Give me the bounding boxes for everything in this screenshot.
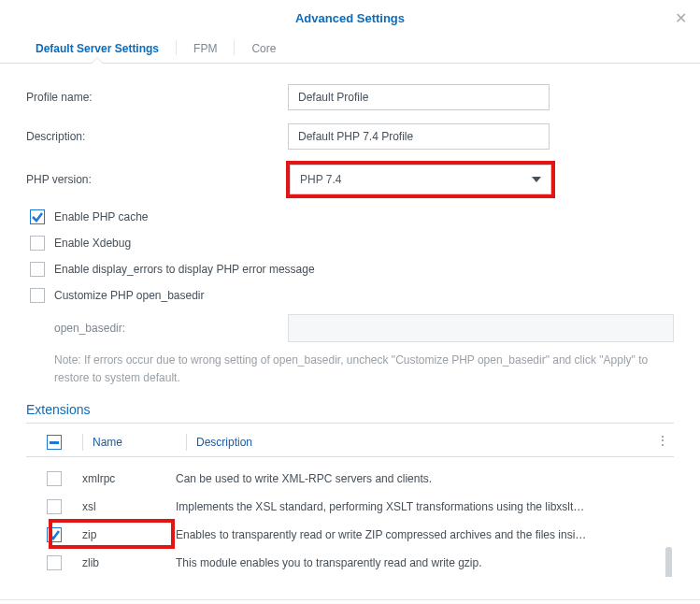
- tab-content: Profile name: Description: PHP version: …: [0, 64, 700, 586]
- checkbox-enable-display-errors[interactable]: [30, 262, 45, 277]
- col-separator: [82, 434, 83, 451]
- php-version-value: PHP 7.4: [300, 173, 341, 186]
- label-customize-open-basedir: Customize PHP open_basedir: [54, 289, 205, 302]
- ext-desc: Implements the XSL standard, performing …: [176, 500, 674, 513]
- label-description: Description:: [26, 130, 288, 143]
- table-header: Name Description ⋮: [26, 427, 674, 457]
- checkbox-select-all[interactable]: [47, 435, 62, 450]
- ext-desc: This module enables you to transparently…: [176, 556, 674, 569]
- tab-core[interactable]: Core: [235, 33, 293, 63]
- checkbox-ext[interactable]: [47, 499, 62, 514]
- checkbox-enable-xdebug[interactable]: [30, 236, 45, 251]
- ext-name: xmlrpc: [82, 472, 176, 485]
- label-enable-display-errors: Enable display_errors to display PHP err…: [54, 263, 315, 276]
- php-version-select[interactable]: PHP 7.4: [290, 165, 551, 194]
- open-basedir-input: [288, 314, 674, 342]
- column-header-description[interactable]: Description: [196, 436, 674, 449]
- table-row-clipped: [26, 457, 674, 465]
- label-enable-xdebug: Enable Xdebug: [54, 237, 131, 250]
- row-enable-display-errors[interactable]: Enable display_errors to display PHP err…: [30, 262, 674, 277]
- extensions-title: Extensions: [26, 393, 674, 424]
- col-separator: [186, 434, 187, 451]
- row-open-basedir: open_basedir:: [54, 314, 674, 342]
- ext-name: xsl: [82, 500, 176, 513]
- tab-default-server-settings[interactable]: Default Server Settings: [19, 33, 176, 63]
- highlight-php-version: PHP 7.4: [288, 163, 553, 196]
- table-row[interactable]: zlib This module enables you to transpar…: [26, 549, 674, 577]
- chevron-down-icon: [532, 177, 541, 182]
- profile-name-input[interactable]: [288, 84, 550, 110]
- row-description: Description:: [26, 123, 674, 150]
- dialog-title: Advanced Settings: [295, 11, 405, 25]
- table-row[interactable]: zip Enables to transparently read or wri…: [26, 521, 674, 549]
- row-profile-name: Profile name:: [26, 84, 674, 110]
- ext-name: zip: [82, 528, 176, 541]
- row-php-version: PHP version: PHP 7.4: [26, 163, 674, 196]
- dialog-header: Advanced Settings ✕: [0, 0, 700, 33]
- extensions-table: Name Description ⋮ xmlrpc Can be used to…: [26, 427, 674, 577]
- ext-desc: Enables to transparently read or write Z…: [176, 528, 674, 541]
- open-basedir-note: Note: If errors occur due to wrong setti…: [54, 352, 674, 387]
- header-checkbox-cell: [26, 435, 82, 450]
- checkbox-ext[interactable]: [47, 555, 62, 570]
- table-row[interactable]: xsl Implements the XSL standard, perform…: [26, 493, 674, 521]
- label-enable-cache: Enable PHP cache: [54, 210, 149, 223]
- ext-name: zlib: [82, 556, 176, 569]
- ext-desc: Can be used to write XML-RPC servers and…: [176, 472, 674, 485]
- table-body: xmlrpc Can be used to write XML-RPC serv…: [26, 457, 674, 577]
- label-profile-name: Profile name:: [26, 91, 288, 104]
- checkbox-enable-cache[interactable]: [30, 209, 45, 224]
- row-customize-open-basedir[interactable]: Customize PHP open_basedir: [30, 288, 674, 303]
- tab-bar: Default Server Settings FPM Core: [0, 33, 700, 64]
- row-enable-cache[interactable]: Enable PHP cache: [30, 209, 674, 224]
- checkbox-customize-open-basedir[interactable]: [30, 288, 45, 303]
- scrollbar-thumb[interactable]: [665, 547, 672, 577]
- label-php-version: PHP version:: [26, 173, 288, 186]
- label-open-basedir: open_basedir:: [54, 322, 288, 335]
- checkbox-ext[interactable]: [47, 527, 62, 542]
- column-header-name[interactable]: Name: [93, 436, 186, 449]
- tab-fpm[interactable]: FPM: [177, 33, 234, 63]
- dialog: Advanced Settings ✕ Default Server Setti…: [0, 0, 700, 604]
- row-enable-xdebug[interactable]: Enable Xdebug: [30, 236, 674, 251]
- table-row[interactable]: xmlrpc Can be used to write XML-RPC serv…: [26, 465, 674, 493]
- checkbox-ext[interactable]: [47, 471, 62, 486]
- description-input[interactable]: [288, 123, 550, 150]
- kebab-menu-icon[interactable]: ⋮: [657, 434, 668, 447]
- dialog-footer: OK Cancel: [0, 600, 700, 604]
- close-icon[interactable]: ✕: [675, 9, 687, 27]
